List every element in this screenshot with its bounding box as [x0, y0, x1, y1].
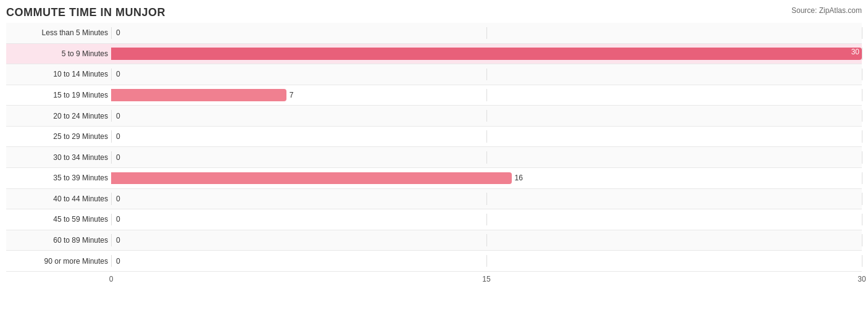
bar-fill [111, 89, 286, 101]
bar-row: 10 to 14 Minutes0 [6, 64, 862, 85]
bar-label: 30 to 34 Minutes [6, 153, 111, 162]
bar-row: 45 to 59 Minutes0 [6, 209, 862, 230]
bar-label: Less than 5 Minutes [6, 28, 111, 37]
bar-label: 15 to 19 Minutes [6, 91, 111, 99]
bar-wrapper: 0 [111, 130, 862, 143]
bar-value-label: 0 [116, 28, 120, 37]
chart-title: COMMUTE TIME IN MUNJOR [6, 6, 862, 19]
bar-row: 30 to 34 Minutes0 [6, 147, 862, 168]
bar-value-label: 0 [116, 153, 120, 162]
bar-fill [111, 172, 512, 185]
bar-label: 35 to 39 Minutes [6, 174, 111, 182]
bar-wrapper: 0 [111, 69, 862, 81]
x-axis-tick: 15 [482, 275, 490, 283]
bar-value-label: 0 [116, 70, 120, 78]
bar-value-label: 0 [116, 112, 120, 120]
bar-value-label: 0 [116, 257, 120, 266]
bar-label: 25 to 29 Minutes [6, 132, 111, 141]
chart-container: COMMUTE TIME IN MUNJOR Source: ZipAtlas.… [0, 0, 868, 323]
bar-row: 5 to 9 Minutes30 [6, 44, 862, 65]
bar-label: 10 to 14 Minutes [6, 70, 111, 78]
bar-row: 60 to 89 Minutes0 [6, 230, 862, 251]
bar-label: 5 to 9 Minutes [6, 49, 111, 58]
bar-row: 40 to 44 Minutes0 [6, 189, 862, 210]
bar-wrapper: 0 [111, 151, 862, 164]
chart-area: Less than 5 Minutes05 to 9 Minutes3010 t… [6, 23, 862, 290]
bar-wrapper: 0 [111, 214, 862, 226]
bar-wrapper: 7 [111, 89, 862, 101]
source-label: Source: ZipAtlas.com [791, 6, 862, 15]
bar-fill: 30 [111, 48, 862, 60]
bar-row: 35 to 39 Minutes16 [6, 168, 862, 189]
bar-wrapper: 0 [111, 110, 862, 122]
bar-wrapper: 0 [111, 193, 862, 205]
bar-label: 60 to 89 Minutes [6, 236, 111, 245]
bar-value-label: 0 [116, 236, 120, 245]
bar-wrapper: 30 [111, 48, 862, 60]
bar-label: 20 to 24 Minutes [6, 112, 111, 120]
x-axis: 01530 [111, 272, 862, 290]
bar-row: 20 to 24 Minutes0 [6, 106, 862, 127]
bar-row: 15 to 19 Minutes7 [6, 85, 862, 106]
bar-value-label: 16 [515, 174, 523, 182]
bar-label: 45 to 59 Minutes [6, 215, 111, 224]
bar-row: 90 or more Minutes0 [6, 251, 862, 272]
x-axis-tick: 0 [109, 275, 114, 283]
bar-value-label: 0 [116, 215, 120, 224]
bar-row: Less than 5 Minutes0 [6, 23, 862, 44]
bar-label: 40 to 44 Minutes [6, 195, 111, 203]
bars-section: Less than 5 Minutes05 to 9 Minutes3010 t… [6, 23, 862, 272]
bar-wrapper: 0 [111, 255, 862, 267]
bar-wrapper: 0 [111, 234, 862, 246]
bar-value-label: 30 [851, 48, 859, 56]
bar-wrapper: 16 [111, 172, 862, 185]
bar-value-label: 0 [116, 132, 120, 141]
bar-wrapper: 0 [111, 27, 862, 40]
bar-value-label: 7 [290, 91, 294, 99]
x-axis-tick: 30 [858, 275, 866, 283]
bar-value-label: 0 [116, 195, 120, 203]
bar-label: 90 or more Minutes [6, 257, 111, 266]
bar-row: 25 to 29 Minutes0 [6, 127, 862, 148]
